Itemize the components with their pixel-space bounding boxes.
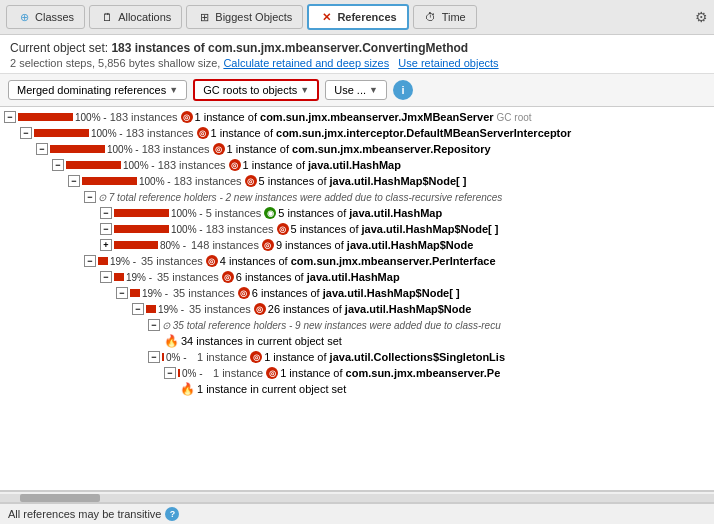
filter-info-button[interactable]: i — [393, 80, 413, 100]
merged-dominating-dropdown[interactable]: Merged dominating references ▼ — [8, 80, 187, 100]
calculate-retained-link[interactable]: Calculate retained and deep sizes — [223, 57, 389, 69]
class-name: 26 instances of java.util.HashMap$Node — [268, 303, 472, 315]
bar — [114, 225, 169, 233]
use-retained-link[interactable]: Use retained objects — [398, 57, 498, 69]
expand-btn[interactable]: − — [148, 351, 160, 363]
tab-classes[interactable]: ⊕ Classes — [6, 5, 85, 29]
help-icon[interactable]: ? — [165, 507, 179, 521]
tree-row: − 0% - 1 instance ◎ 1 instance of com.su… — [0, 365, 714, 381]
scrollbar-thumb[interactable] — [20, 494, 100, 502]
bar-container — [114, 241, 158, 249]
bar — [50, 145, 105, 153]
references-icon: ✕ — [319, 10, 333, 24]
tab-allocations-label: Allocations — [118, 11, 171, 23]
expand-btn[interactable]: − — [164, 367, 176, 379]
expand-btn[interactable]: − — [36, 143, 48, 155]
tab-classes-label: Classes — [35, 11, 74, 23]
status-bar: All references may be transitive ? — [0, 503, 714, 524]
expand-btn[interactable]: − — [20, 127, 32, 139]
tab-allocations[interactable]: 🗒 Allocations — [89, 5, 182, 29]
tree-row: − 100% - 5 instances ◉ 5 instances of ja… — [0, 205, 714, 221]
obj-icon: ◎ — [181, 111, 193, 123]
bar-container — [114, 225, 169, 233]
instances-text: 183 instances — [126, 127, 194, 139]
tree-row: − 100% - 183 instances ◎ 5 instances of … — [0, 173, 714, 189]
obj-icon: ◎ — [206, 255, 218, 267]
bar-container — [162, 353, 164, 361]
expand-btn[interactable]: − — [148, 319, 160, 331]
pct-text: 19% - — [158, 304, 186, 315]
expand-btn[interactable]: − — [84, 255, 96, 267]
fire-icon: 🔥 — [180, 382, 195, 396]
tab-time[interactable]: ⏱ Time — [413, 5, 477, 29]
settings-button[interactable]: ⚙ — [695, 9, 708, 25]
instances-text: 35 instances — [173, 287, 235, 299]
gc-roots-dropdown[interactable]: GC roots to objects ▼ — [193, 79, 319, 101]
tree-area[interactable]: − 100% - 183 instances ◎ 1 instance of c… — [0, 107, 714, 491]
tree-row: − ⊙ 7 total reference holders - 2 new in… — [0, 189, 714, 205]
class-name: 9 instances of java.util.HashMap$Node — [276, 239, 473, 251]
title-line: Current object set: 183 instances of com… — [10, 41, 704, 55]
subtitle-line: 2 selection steps, 5,856 bytes shallow s… — [10, 57, 704, 69]
tab-references[interactable]: ✕ References — [307, 4, 408, 30]
horizontal-scrollbar[interactable] — [0, 491, 714, 503]
obj-icon: ◎ — [222, 271, 234, 283]
tree-row: − 100% - 183 instances ◎ 1 instance of j… — [0, 157, 714, 173]
expand-btn[interactable]: + — [100, 239, 112, 251]
bar — [146, 305, 156, 313]
allocations-icon: 🗒 — [100, 10, 114, 24]
time-icon: ⏱ — [424, 10, 438, 24]
tab-biggest-objects-label: Biggest Objects — [215, 11, 292, 23]
class-name: 5 instances of java.util.HashMap — [278, 207, 442, 219]
bar — [114, 209, 169, 217]
bar-container — [34, 129, 89, 137]
class-name: 4 instances of com.sun.jmx.mbeanserver.P… — [220, 255, 496, 267]
info-description: 183 instances of com.sun.jmx.mbeanserver… — [111, 41, 468, 55]
expand-btn[interactable]: − — [116, 287, 128, 299]
obj-icon: ◎ — [245, 175, 257, 187]
class-name: 34 instances in current object set — [181, 335, 342, 347]
biggest-objects-icon: ⊞ — [197, 10, 211, 24]
class-name: 1 instance of java.util.HashMap — [243, 159, 401, 171]
info-bar: Current object set: 183 instances of com… — [0, 35, 714, 74]
instances-text: 183 instances — [142, 143, 210, 155]
pct-text: 19% - — [110, 256, 138, 267]
bar — [34, 129, 89, 137]
use-dropdown[interactable]: Use ... ▼ — [325, 80, 387, 100]
class-name: 6 instances of java.util.HashMap$Node[ ] — [252, 287, 460, 299]
pct-text: 100% - — [171, 224, 203, 235]
pct-text: 100% - — [139, 176, 171, 187]
bar-container — [66, 161, 121, 169]
expand-btn[interactable]: − — [100, 207, 112, 219]
class-name: 1 instance of com.sun.jmx.mbeanserver.Pe — [280, 367, 500, 379]
obj-icon: ◎ — [262, 239, 274, 251]
expand-btn[interactable]: − — [132, 303, 144, 315]
instances-text: 5 instances — [206, 207, 262, 219]
expand-btn[interactable]: − — [84, 191, 96, 203]
instances-text: 183 instances — [158, 159, 226, 171]
tree-row: − 0% - 1 instance ◎ 1 instance of java.u… — [0, 349, 714, 365]
tab-biggest-objects[interactable]: ⊞ Biggest Objects — [186, 5, 303, 29]
bar — [18, 113, 73, 121]
obj-icon: ◎ — [250, 351, 262, 363]
bar — [114, 241, 158, 249]
class-name: 5 instances of java.util.HashMap$Node[ ] — [291, 223, 499, 235]
dropdown2-arrow: ▼ — [300, 85, 309, 95]
bar-container — [50, 145, 105, 153]
tree-row: − 19% - 35 instances ◎ 4 instances of co… — [0, 253, 714, 269]
obj-icon: ◎ — [238, 287, 250, 299]
expand-btn[interactable]: − — [68, 175, 80, 187]
dropdown3-arrow: ▼ — [369, 85, 378, 95]
obj-icon: ◎ — [213, 143, 225, 155]
class-name: 1 instance of com.sun.jmx.interceptor.De… — [211, 127, 572, 139]
obj-icon: ◉ — [264, 207, 276, 219]
obj-icon: ◎ — [229, 159, 241, 171]
bar — [98, 257, 108, 265]
expand-btn[interactable]: − — [100, 271, 112, 283]
info-subtitle: 2 selection steps, 5,856 bytes shallow s… — [10, 57, 220, 69]
expand-btn[interactable]: − — [52, 159, 64, 171]
expand-btn[interactable]: − — [4, 111, 16, 123]
expand-btn[interactable]: − — [100, 223, 112, 235]
class-name: 1 instance of com.sun.jmx.mbeanserver.Jm… — [195, 111, 494, 123]
class-name: 1 instance of java.util.Collections$Sing… — [264, 351, 505, 363]
